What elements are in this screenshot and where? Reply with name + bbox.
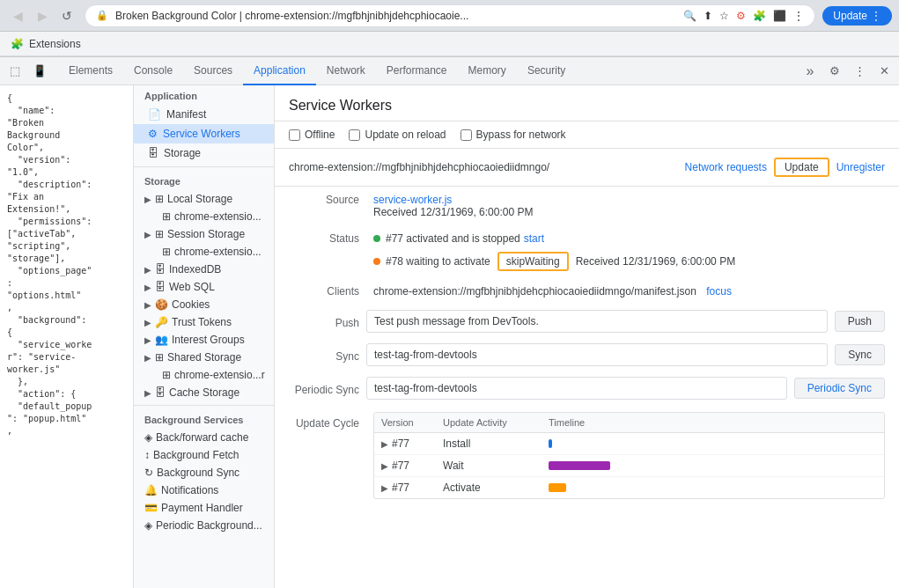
col-version: Version [374, 413, 436, 432]
periodic-sync-label: Periodic Sync [289, 380, 359, 396]
sidebar-item-shared-storage[interactable]: ▶ ⊞ Shared Storage [134, 349, 274, 366]
status-row: Status #77 activated and is stopped star… [289, 225, 885, 278]
devtools-main: { "name": "Broken Background Color", "ve… [0, 85, 899, 588]
table-header: Version Update Activity Timeline [374, 413, 884, 433]
version-cell-1: ▶ #77 [374, 433, 436, 454]
cache-storage-arrow: ▶ [144, 388, 151, 398]
device-icon[interactable]: 📱 [28, 60, 51, 83]
devtools: ⬚ 📱 Elements Console Sources Application… [0, 56, 899, 588]
extensions-puzzle-icon: 🧩 [11, 38, 24, 50]
sidebar-item-notifications[interactable]: 🔔 Notifications [134, 481, 274, 499]
indexeddb-icon: 🗄 [155, 263, 166, 276]
tab-elements[interactable]: Elements [58, 57, 123, 85]
sidebar-item-websql[interactable]: ▶ 🗄 Web SQL [134, 278, 274, 296]
unregister-link[interactable]: Unregister [836, 161, 885, 173]
source-file-link[interactable]: service-worker.js [373, 194, 452, 206]
websql-icon: 🗄 [155, 281, 166, 293]
status-77-text: #77 activated and is stopped [386, 232, 520, 245]
bypass-network-checkbox-label[interactable]: Bypass for network [461, 129, 566, 141]
storage-icon: 🗄 [148, 147, 158, 159]
back-button[interactable]: ◀ [7, 5, 28, 26]
settings-icon[interactable]: ⚙ [823, 60, 846, 83]
pinwheel-icon: ⚙ [736, 10, 746, 22]
sidebar-item-cache-storage[interactable]: ▶ 🗄 Cache Storage [134, 384, 274, 401]
update-on-reload-checkbox[interactable] [349, 129, 360, 141]
sidebar-item-interest-groups[interactable]: ▶ 👥 Interest Groups [134, 331, 274, 349]
sync-row: Sync Sync [289, 338, 885, 371]
address-bar[interactable]: 🔒 Broken Background Color | chrome-exten… [85, 4, 815, 27]
sidebar-item-indexeddb[interactable]: ▶ 🗄 IndexedDB [134, 261, 274, 278]
nav-buttons: ◀ ▶ ↺ [7, 5, 77, 26]
sidebar-item-manifest[interactable]: 📄 Manifest [134, 105, 274, 124]
inspect-icon[interactable]: ⬚ [4, 60, 26, 83]
sidebar-item-back-forward[interactable]: ◈ Back/forward cache [134, 429, 274, 446]
reload-button[interactable]: ↺ [56, 5, 77, 26]
network-requests-link[interactable]: Network requests [685, 161, 767, 173]
source-row: Source service-worker.js Received 12/31/… [289, 187, 885, 225]
session-storage-icon: ⊞ [155, 228, 164, 240]
update-on-reload-checkbox-label[interactable]: Update on reload [349, 129, 446, 141]
update-cycle-table: Version Update Activity Timeline ▶ #77 [373, 412, 885, 499]
skip-waiting-button[interactable]: skipWaiting [497, 252, 569, 271]
search-icon: 🔍 [683, 10, 696, 22]
tab-application[interactable]: Application [243, 57, 316, 85]
close-devtools-button[interactable]: ✕ [873, 60, 895, 83]
sidebar-item-local-storage-ext[interactable]: ⊞ chrome-extensio... [134, 208, 274, 225]
chevron-icon-3: ▶ [381, 483, 388, 493]
periodic-sync-input[interactable] [366, 377, 787, 400]
forward-button[interactable]: ▶ [32, 5, 53, 26]
bypass-network-checkbox[interactable] [461, 129, 472, 141]
col-timeline: Timeline [542, 413, 884, 432]
sidebar-item-bg-fetch[interactable]: ↕ Background Fetch [134, 446, 274, 464]
trust-tokens-icon: 🔑 [155, 316, 168, 328]
trust-tokens-arrow: ▶ [144, 318, 151, 327]
clients-label: Clients [289, 285, 359, 298]
sidebar-item-session-storage[interactable]: ▶ ⊞ Session Storage [134, 225, 274, 243]
offline-checkbox-label[interactable]: Offline [289, 129, 335, 141]
address-text: Broken Background Color | chrome-extensi… [115, 10, 676, 22]
websql-arrow: ▶ [144, 283, 151, 292]
push-input[interactable] [366, 310, 828, 333]
more-options-icon[interactable]: ⋮ [848, 60, 871, 83]
browser-chrome: ◀ ▶ ↺ 🔒 Broken Background Color | chrome… [0, 0, 899, 32]
bookmark-icon: ☆ [719, 10, 729, 22]
tab-sources[interactable]: Sources [183, 57, 243, 85]
sidebar-item-payment-handler[interactable]: 💳 Payment Handler [134, 499, 274, 517]
update-worker-button[interactable]: Update [774, 158, 829, 177]
worker-actions: Network requests Update Unregister [685, 158, 885, 177]
status-78-received: Received 12/31/1969, 6:00:00 PM [576, 255, 735, 268]
sync-input[interactable] [366, 343, 828, 366]
periodic-sync-button[interactable]: Periodic Sync [794, 378, 885, 399]
chevron-icon-2: ▶ [381, 461, 388, 471]
manifest-icon: 📄 [148, 108, 161, 121]
service-workers-toolbar: Offline Update on reload Bypass for netw… [275, 121, 899, 149]
sidebar-item-shared-storage-ext[interactable]: ⊞ chrome-extensio...r [134, 366, 274, 384]
more-tabs-button[interactable]: » [799, 60, 822, 83]
sidebar-item-local-storage[interactable]: ▶ ⊞ Local Storage [134, 190, 274, 208]
sidebar-item-session-storage-ext[interactable]: ⊞ chrome-extensio... [134, 243, 274, 261]
devtools-icons-group: ⬚ 📱 [4, 60, 51, 83]
push-button[interactable]: Push [835, 311, 885, 332]
update-button[interactable]: Update ⋮ [822, 6, 892, 26]
tab-network[interactable]: Network [316, 57, 376, 85]
worker-url: chrome-extension://mgfbhjnibhjdehcphioca… [289, 161, 549, 173]
start-link[interactable]: start [524, 232, 544, 245]
tab-memory[interactable]: Memory [458, 57, 517, 85]
sidebar-item-service-workers[interactable]: ⚙ Service Workers [134, 124, 274, 143]
tab-performance[interactable]: Performance [376, 57, 458, 85]
sync-button[interactable]: Sync [835, 344, 885, 365]
sidebar-item-periodic-bg[interactable]: ◈ Periodic Background... [134, 517, 274, 534]
timeline-bar-2 [549, 461, 610, 470]
tab-security[interactable]: Security [517, 57, 576, 85]
sidebar-item-cookies[interactable]: ▶ 🍪 Cookies [134, 296, 274, 313]
lock-icon: 🔒 [96, 10, 108, 21]
cache-storage-icon: 🗄 [155, 386, 166, 399]
sidebar-item-bg-sync[interactable]: ↻ Background Sync [134, 464, 274, 481]
divider-2 [134, 405, 274, 406]
tab-console[interactable]: Console [123, 57, 183, 85]
sidebar-item-storage[interactable]: 🗄 Storage [134, 143, 274, 163]
sidebar-item-trust-tokens[interactable]: ▶ 🔑 Trust Tokens [134, 313, 274, 331]
focus-link[interactable]: focus [706, 285, 732, 298]
session-storage-ext-icon: ⊞ [162, 246, 171, 258]
offline-checkbox[interactable] [289, 129, 300, 141]
